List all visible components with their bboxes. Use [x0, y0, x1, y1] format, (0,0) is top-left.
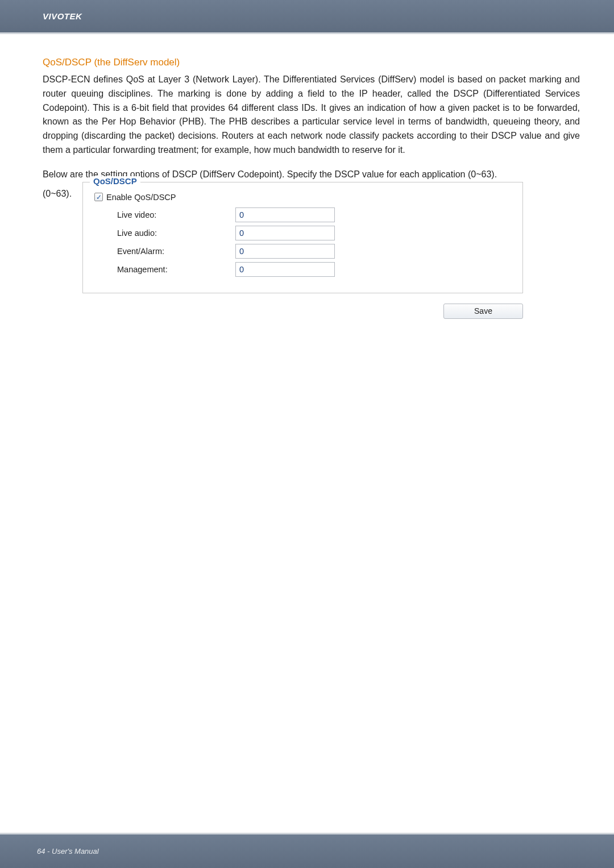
event-alarm-label: Event/Alarm:	[93, 247, 235, 256]
range-prefix: (0~63).	[43, 182, 82, 199]
event-alarm-input[interactable]: 0	[235, 244, 335, 259]
panel-legend: QoS/DSCP	[90, 176, 140, 186]
footer-bar: 64 - User's Manual	[0, 833, 614, 868]
header-bar: VIVOTEK	[0, 0, 614, 34]
paragraph-dscp-description: DSCP-ECN defines QoS at Layer 3 (Network…	[43, 73, 580, 157]
live-audio-label: Live audio:	[93, 229, 235, 238]
live-video-label: Live video:	[93, 210, 235, 219]
live-audio-input[interactable]: 0	[235, 226, 335, 240]
qos-dscp-panel: QoS/DSCP ✓ Enable QoS/DSCP Live video: 0…	[82, 182, 523, 293]
enable-qos-label: Enable QoS/DSCP	[106, 193, 176, 202]
brand-label: VIVOTEK	[43, 11, 82, 21]
live-video-input[interactable]: 0	[235, 207, 335, 222]
enable-qos-checkbox[interactable]: ✓	[94, 193, 103, 201]
save-button[interactable]: Save	[443, 304, 523, 319]
management-label: Management:	[93, 265, 235, 274]
section-title: QoS/DSCP (the DiffServ model)	[43, 57, 580, 68]
footer-text: 64 - User's Manual	[37, 847, 99, 855]
management-input[interactable]: 0	[235, 262, 335, 277]
page-content: QoS/DSCP (the DiffServ model) DSCP-ECN d…	[0, 34, 614, 319]
